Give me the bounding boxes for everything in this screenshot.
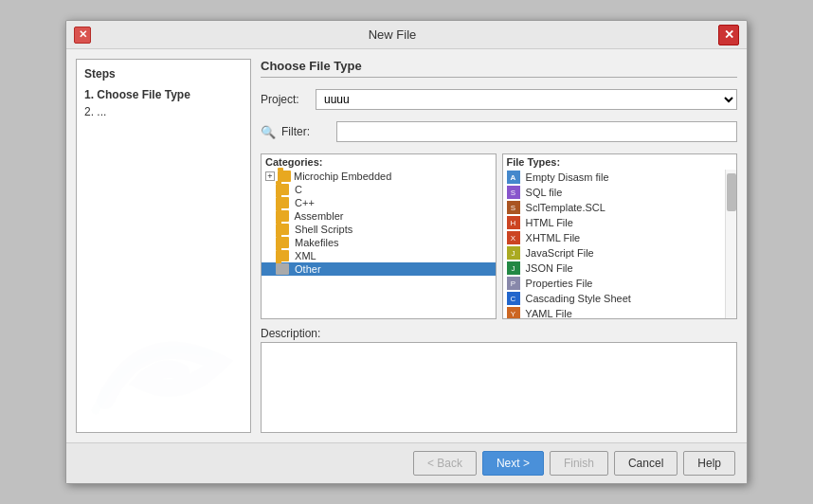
filetype-properties[interactable]: P Properties File xyxy=(503,276,726,291)
filetype-label-js: JavaScript File xyxy=(523,247,594,259)
file-type-area: Categories: + Microchip Embedded C xyxy=(261,153,737,319)
filetypes-scrollbar[interactable] xyxy=(725,170,736,319)
project-select[interactable]: uuuu xyxy=(316,89,737,110)
description-box xyxy=(261,342,737,433)
category-makefiles[interactable]: Makefiles xyxy=(262,236,496,249)
sql-icon: S xyxy=(507,186,520,199)
next-button[interactable]: Next > xyxy=(482,451,544,476)
category-label-cpp: C++ xyxy=(292,197,315,208)
main-panel: Choose File Type Project: uuuu 🔍 Filter:… xyxy=(261,59,737,433)
json-icon: J xyxy=(507,261,520,275)
step-2: 2. ... xyxy=(84,105,243,118)
category-c[interactable]: C xyxy=(262,183,496,196)
category-cpp[interactable]: C++ xyxy=(262,196,496,209)
filetypes-list: A Empty Disasm file S SQL file S SclTemp… xyxy=(503,170,726,319)
css-icon: C xyxy=(507,292,520,305)
steps-panel: Steps 1. Choose File Type 2. ... xyxy=(76,59,251,433)
category-label-makefiles: Makefiles xyxy=(292,237,339,248)
step-1: 1. Choose File Type xyxy=(84,88,243,101)
filetypes-container: A Empty Disasm file S SQL file S SclTemp… xyxy=(503,170,737,319)
project-row: Project: uuuu xyxy=(261,89,737,110)
filetypes-heading: File Types: xyxy=(503,154,737,170)
category-label-other: Other xyxy=(292,263,321,275)
filetype-label-xhtml: XHTML File xyxy=(523,232,581,243)
filter-label: Filter: xyxy=(281,125,331,138)
cancel-button[interactable]: Cancel xyxy=(614,451,678,476)
filetype-label-properties: Properties File xyxy=(523,278,593,289)
folder-icon-other xyxy=(276,263,289,275)
categories-box: Categories: + Microchip Embedded C xyxy=(261,153,497,319)
filetype-label-json: JSON File xyxy=(523,262,573,274)
watermark xyxy=(86,306,238,423)
dialog-title: New File xyxy=(91,27,694,42)
step-2-number: 2. xyxy=(84,105,94,118)
filetype-xhtml[interactable]: X XHTML File xyxy=(503,230,726,245)
category-label-c: C xyxy=(292,184,302,195)
html-icon: H xyxy=(507,216,520,229)
category-assembler[interactable]: Assembler xyxy=(262,209,496,223)
filetype-scl[interactable]: S SclTemplate.SCL xyxy=(503,200,726,215)
scrollbar-thumb[interactable] xyxy=(727,173,736,211)
section-title: Choose File Type xyxy=(261,59,737,78)
dialog-footer: < Back Next > Finish Cancel Help xyxy=(66,442,747,483)
filter-row: 🔍 Filter: xyxy=(261,121,737,142)
filetype-label-scl: SclTemplate.SCL xyxy=(523,202,605,213)
category-xml[interactable]: XML xyxy=(262,249,496,262)
filetype-empty-disasm[interactable]: A Empty Disasm file xyxy=(503,170,726,185)
category-label-assembler: Assembler xyxy=(292,210,343,222)
title-bar: ✕ New File ✕ xyxy=(66,21,747,49)
filetypes-box: File Types: A Empty Disasm file S SQL fi… xyxy=(502,153,738,319)
filetype-sql[interactable]: S SQL file xyxy=(503,185,726,200)
dialog-body: Steps 1. Choose File Type 2. ... xyxy=(66,49,747,442)
steps-heading: Steps xyxy=(84,67,243,81)
back-button[interactable]: < Back xyxy=(413,451,477,476)
filetype-yaml[interactable]: Y YAML File xyxy=(503,306,726,319)
category-label-shell: Shell Scripts xyxy=(292,224,352,235)
project-label: Project: xyxy=(261,93,310,106)
categories-heading: Categories: xyxy=(262,154,496,170)
category-microchip[interactable]: + Microchip Embedded xyxy=(262,170,496,183)
filetype-label-empty-disasm: Empty Disasm file xyxy=(523,171,609,183)
filetype-css[interactable]: C Cascading Style Sheet xyxy=(503,291,726,306)
filter-search-icon: 🔍 xyxy=(261,125,276,139)
step-1-number: 1. xyxy=(84,88,94,101)
step-1-label: Choose File Type xyxy=(97,88,190,101)
category-label-xml: XML xyxy=(292,250,316,261)
filetype-label-html: HTML File xyxy=(523,217,573,228)
js-icon: J xyxy=(507,246,520,260)
window-close-button[interactable]: ✕ xyxy=(718,25,739,45)
description-section: Description: xyxy=(261,327,737,433)
step-2-label: ... xyxy=(97,105,106,118)
category-shell[interactable]: Shell Scripts xyxy=(262,223,496,236)
new-file-dialog: ✕ New File ✕ Steps 1. Choose File Type 2… xyxy=(65,20,748,484)
filetype-html[interactable]: H HTML File xyxy=(503,215,726,230)
asm-icon: A xyxy=(507,171,520,184)
description-label: Description: xyxy=(261,327,737,340)
filetype-label-css: Cascading Style Sheet xyxy=(523,293,631,304)
expand-icon: + xyxy=(265,171,275,181)
filetype-label-sql: SQL file xyxy=(523,187,563,198)
help-button[interactable]: Help xyxy=(683,451,735,476)
yaml-icon: Y xyxy=(507,307,520,319)
filetype-js[interactable]: J JavaScript File xyxy=(503,245,726,261)
scl-icon: S xyxy=(507,201,520,214)
filetype-json[interactable]: J JSON File xyxy=(503,261,726,276)
prop-icon: P xyxy=(507,277,520,290)
title-close-icon-btn[interactable]: ✕ xyxy=(74,27,91,44)
finish-button[interactable]: Finish xyxy=(550,451,608,476)
title-bar-left: ✕ xyxy=(74,27,91,44)
category-label-microchip: Microchip Embedded xyxy=(294,171,391,182)
category-other[interactable]: Other xyxy=(262,262,496,276)
xhtml-icon: X xyxy=(507,231,520,244)
filetype-label-yaml: YAML File xyxy=(523,308,572,319)
filter-input[interactable] xyxy=(336,121,737,142)
steps-list: 1. Choose File Type 2. ... xyxy=(84,88,243,118)
